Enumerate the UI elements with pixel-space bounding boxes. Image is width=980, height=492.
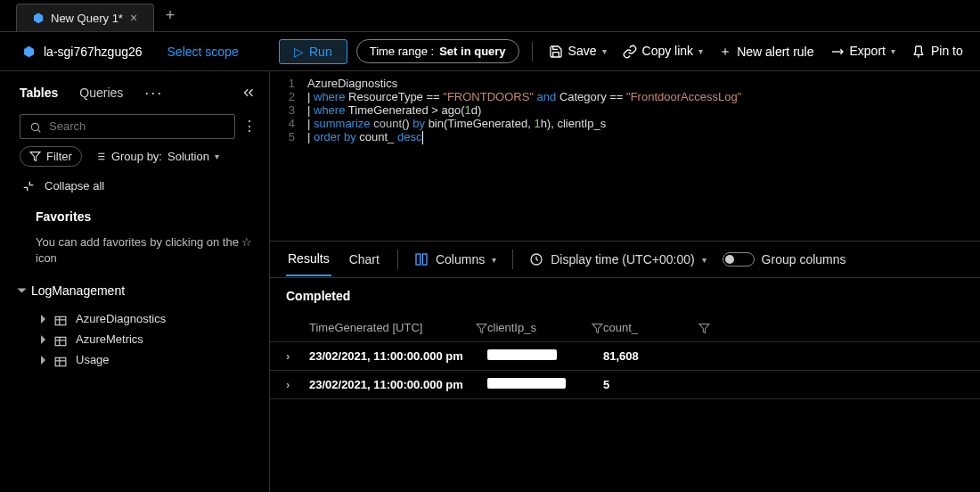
- favorites-hint: You can add favorites by clicking on the…: [20, 234, 257, 274]
- line-number: 5: [270, 130, 307, 144]
- line-number: 4: [270, 117, 307, 130]
- svg-marker-23: [477, 324, 486, 333]
- text-cursor: [422, 131, 423, 144]
- chevron-down-icon: ▾: [492, 255, 496, 265]
- columns-button[interactable]: Columns ▾: [414, 252, 496, 266]
- results-header: TimeGenerated [UTC] clientIp_s count_: [270, 314, 980, 342]
- table-icon: [54, 334, 67, 345]
- tree-leaf-label: AzureDiagnostics: [76, 312, 166, 325]
- results-separator: [397, 250, 398, 269]
- tree-node-logmanagement[interactable]: LogManagement: [20, 280, 257, 301]
- new-alert-rule-button[interactable]: ＋ New alert rule: [715, 44, 817, 60]
- cell-count: 5: [603, 378, 710, 391]
- search-icon: [29, 119, 42, 134]
- expand-row-button[interactable]: ›: [286, 378, 309, 391]
- toggle-icon: [723, 252, 755, 266]
- svg-line-3: [38, 129, 41, 132]
- query-tab[interactable]: ⬢ New Query 1* ×: [16, 4, 154, 31]
- export-button[interactable]: Export ▾: [827, 44, 899, 59]
- group-by-value: Solution: [167, 150, 209, 163]
- svg-rect-21: [422, 254, 427, 265]
- svg-point-2: [31, 123, 38, 130]
- close-tab-icon[interactable]: ×: [130, 11, 137, 25]
- group-columns-label: Group columns: [762, 252, 846, 266]
- query-editor[interactable]: 1AzureDiagnostics2| where ResourceType =…: [270, 71, 980, 241]
- caret-right-icon: [41, 335, 45, 344]
- chevron-down-icon: ▾: [698, 46, 703, 56]
- group-columns-toggle[interactable]: Group columns: [723, 252, 846, 266]
- run-button[interactable]: ▷ Run: [279, 39, 347, 64]
- tree-leaf[interactable]: Usage: [20, 349, 257, 370]
- caret-right-icon: [41, 315, 45, 324]
- tree-leaf-label: Usage: [76, 353, 110, 366]
- filter-button[interactable]: Filter: [20, 146, 82, 167]
- query-tab-icon: ⬢: [33, 11, 44, 25]
- table-icon: [54, 314, 67, 324]
- column-header-count[interactable]: count_: [603, 321, 710, 334]
- code-line[interactable]: AzureDiagnostics: [307, 77, 397, 90]
- tree-leaf[interactable]: AzureMetrics: [20, 329, 257, 349]
- pin-button[interactable]: Pin to: [908, 44, 967, 59]
- svg-rect-20: [416, 254, 421, 265]
- expand-row-button[interactable]: ›: [286, 349, 309, 363]
- time-range-value: Set in query: [439, 45, 505, 58]
- cell-timegenerated: 23/02/2021, 11:00:00.000 pm: [309, 349, 487, 363]
- chevron-down-icon: ▾: [891, 46, 895, 56]
- tree-leaf-label: AzureMetrics: [76, 332, 143, 346]
- run-button-label: Run: [309, 45, 332, 59]
- display-time-button[interactable]: Display time (UTC+00:00) ▾: [529, 252, 706, 266]
- svg-marker-24: [592, 324, 602, 333]
- code-line[interactable]: | order by count_ desc: [307, 130, 423, 144]
- column-header-timegenerated[interactable]: TimeGenerated [UTC]: [309, 321, 487, 334]
- filter-icon[interactable]: [698, 321, 710, 334]
- sidebar-more-button[interactable]: ···: [144, 84, 163, 102]
- pin-icon: [911, 44, 926, 59]
- column-header-label: count_: [603, 321, 638, 334]
- svg-rect-14: [55, 338, 66, 346]
- sidebar-tab-tables[interactable]: Tables: [20, 82, 58, 103]
- cell-clientip: [487, 378, 603, 391]
- svg-rect-17: [55, 358, 66, 366]
- tree-leaf[interactable]: AzureDiagnostics: [20, 308, 257, 329]
- code-line[interactable]: | where ResourceType == "FRONTDOORS" and…: [307, 90, 741, 103]
- pin-label: Pin to: [931, 44, 963, 58]
- display-time-label: Display time (UTC+00:00): [551, 252, 694, 266]
- filter-icon[interactable]: [476, 321, 487, 334]
- chevron-down-icon: ▾: [602, 46, 607, 56]
- cell-clientip: [487, 349, 603, 363]
- collapse-sidebar-button[interactable]: [241, 85, 257, 101]
- filter-icon[interactable]: [592, 321, 603, 334]
- column-header-label: TimeGenerated [UTC]: [309, 321, 422, 334]
- column-header-label: clientIp_s: [487, 321, 536, 334]
- chevron-down-icon: ▾: [215, 152, 219, 161]
- column-header-clientip[interactable]: clientIp_s: [487, 321, 603, 334]
- sidebar-search[interactable]: [20, 114, 235, 139]
- time-range-button[interactable]: Time range : Set in query: [356, 39, 519, 63]
- results-tab[interactable]: Results: [286, 242, 331, 276]
- group-by-button[interactable]: Group by: Solution ▾: [94, 150, 219, 163]
- query-tab-label: New Query 1*: [51, 12, 123, 25]
- results-separator: [512, 250, 513, 269]
- export-icon: [830, 44, 845, 59]
- sidebar-tab-queries[interactable]: Queries: [79, 82, 123, 103]
- columns-button-label: Columns: [436, 252, 485, 266]
- table-icon: [54, 355, 67, 365]
- new-alert-rule-label: New alert rule: [737, 45, 813, 59]
- redacted-value: [487, 378, 566, 389]
- collapse-all-button[interactable]: Collapse all: [20, 174, 257, 195]
- export-label: Export: [850, 44, 886, 58]
- save-button[interactable]: Save ▾: [545, 44, 610, 59]
- chart-tab[interactable]: Chart: [347, 243, 381, 275]
- copy-link-button[interactable]: Copy link ▾: [619, 44, 707, 59]
- search-input[interactable]: [49, 119, 225, 133]
- select-scope-link[interactable]: Select scope: [167, 45, 239, 59]
- table-row[interactable]: › 23/02/2021, 11:00:00.000 pm 5: [270, 371, 980, 399]
- resource-icon: ⬢: [23, 44, 35, 60]
- redacted-value: [487, 349, 557, 360]
- code-line[interactable]: | where TimeGenerated > ago(1d): [307, 103, 481, 117]
- code-line[interactable]: | summarize count() by bin(TimeGenerated…: [307, 117, 606, 130]
- chevron-down-icon: ▾: [702, 255, 706, 265]
- sidebar-search-more[interactable]: ⋮: [242, 118, 257, 135]
- new-tab-button[interactable]: +: [154, 0, 186, 31]
- table-row[interactable]: › 23/02/2021, 11:00:00.000 pm 81,608: [270, 342, 980, 371]
